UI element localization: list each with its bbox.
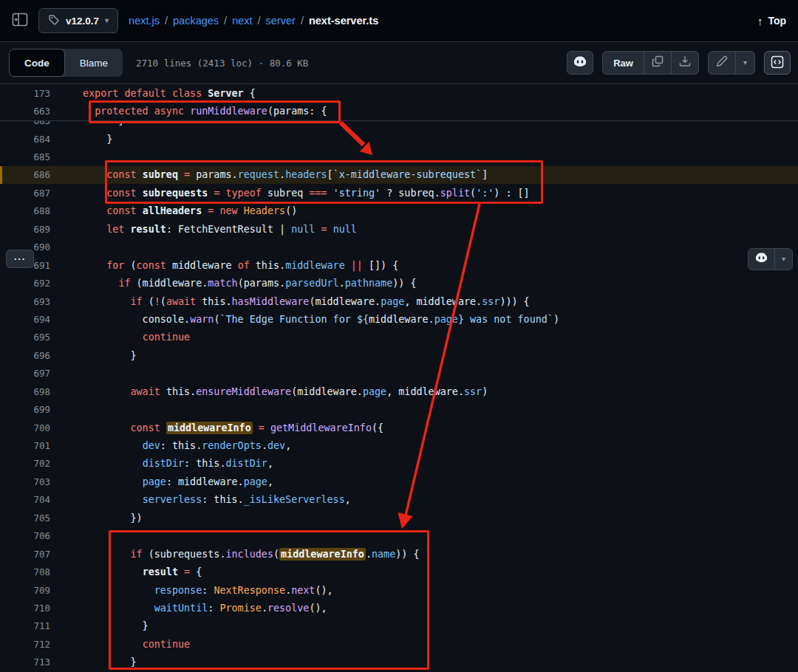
- breadcrumb: next.js/packages/next/server/next-server…: [129, 15, 378, 27]
- code-line-704: serverless: this._isLikeServerless,: [66, 494, 351, 505]
- code-line-709: response: NextResponse.next(),: [66, 585, 333, 596]
- selected-ref-label: v12.0.7: [66, 16, 99, 27]
- code-content: 173export default class Server {663 prot…: [0, 84, 798, 671]
- code-row-703: 703 page: middleware.page,: [0, 473, 798, 490]
- back-to-top-label: Top: [768, 15, 786, 27]
- code-line-684: }: [66, 134, 112, 145]
- line-number-684[interactable]: 684: [0, 134, 66, 145]
- code-line-683: }: [66, 121, 124, 126]
- line-number-663[interactable]: 663: [0, 106, 66, 117]
- breadcrumb-item-packages[interactable]: packages: [173, 15, 219, 27]
- breadcrumb-separator: /: [224, 15, 227, 27]
- line-number-701[interactable]: 701: [0, 440, 66, 451]
- line-number-703[interactable]: 703: [0, 476, 66, 487]
- copilot-icon: [573, 56, 587, 69]
- breadcrumb-item-next-server.ts: next-server.ts: [309, 15, 378, 27]
- line-number-696[interactable]: 696: [0, 350, 66, 361]
- breadcrumb-item-next.js[interactable]: next.js: [129, 15, 160, 27]
- line-copilot-dropdown[interactable]: ▾: [775, 249, 792, 270]
- code-row-690: 690: [0, 239, 798, 256]
- expand-hidden-lines-button[interactable]: ···: [6, 250, 34, 268]
- pencil-icon: [716, 55, 728, 70]
- branch-tag-selector[interactable]: v12.0.7 ▾: [38, 8, 118, 33]
- line-number-710[interactable]: 710: [0, 603, 66, 614]
- line-number-697[interactable]: 697: [0, 368, 66, 379]
- code-line-701: dev: this.renderOpts.dev,: [66, 440, 291, 451]
- line-number-685[interactable]: 685: [0, 151, 66, 162]
- breadcrumb-item-next[interactable]: next: [232, 15, 252, 27]
- line-number-700[interactable]: 700: [0, 422, 66, 433]
- chevron-down-icon: ▾: [105, 17, 109, 24]
- line-number-713[interactable]: 713: [0, 656, 66, 668]
- line-number-683[interactable]: 683: [0, 121, 66, 126]
- line-number-692[interactable]: 692: [0, 278, 66, 289]
- tab-code[interactable]: Code: [9, 49, 65, 77]
- copy-icon: [652, 55, 664, 70]
- line-number-702[interactable]: 702: [0, 458, 66, 469]
- line-number-704[interactable]: 704: [0, 494, 66, 505]
- copy-raw-button[interactable]: [644, 52, 672, 74]
- code-row-706: 706: [0, 527, 798, 545]
- line-number-173[interactable]: 173: [0, 88, 66, 99]
- code-line-689: let result: FetchEventResult | null = nu…: [66, 224, 357, 235]
- line-number-708[interactable]: 708: [0, 566, 66, 577]
- code-row-702: 702 distDir: this.distDir,: [0, 455, 798, 473]
- line-number-711[interactable]: 711: [0, 620, 66, 631]
- line-number-688[interactable]: 688: [0, 205, 66, 216]
- file-info-text: 2710 lines (2413 loc) · 80.6 KB: [136, 58, 308, 69]
- expand-file-tree-button[interactable]: [12, 13, 28, 29]
- code-line-702: distDir: this.distDir,: [66, 458, 273, 469]
- breadcrumb-item-server[interactable]: server: [266, 15, 296, 27]
- code-row-696: 696 }: [0, 346, 798, 364]
- line-number-686[interactable]: 686: [0, 169, 66, 180]
- code-row-694: 694 console.warn(`The Edge Function for …: [0, 310, 798, 328]
- chevron-down-icon: ▾: [782, 256, 785, 263]
- clipped-row: 683 }: [0, 121, 798, 130]
- code-row-711: 711 }: [0, 617, 798, 635]
- code-line-712: continue: [66, 639, 190, 650]
- line-number-705[interactable]: 705: [0, 512, 66, 524]
- tab-blame[interactable]: Blame: [65, 49, 123, 77]
- download-button[interactable]: [672, 52, 698, 74]
- line-number-687[interactable]: 687: [0, 188, 66, 199]
- code-row-698: 698 await this.ensureMiddleware(middlewa…: [0, 383, 798, 400]
- line-number-712[interactable]: 712: [0, 639, 66, 650]
- code-row-699: 699: [0, 400, 798, 418]
- code-row-709: 709 response: NextResponse.next(),: [0, 581, 798, 599]
- code-line-663: protected async runMiddleware(params: {: [66, 106, 327, 117]
- line-number-699[interactable]: 699: [0, 404, 66, 415]
- code-line-691: for (const middleware of this.middleware…: [66, 260, 398, 271]
- code-line-703: page: middleware.page,: [66, 476, 273, 487]
- code-row-701: 701 dev: this.renderOpts.dev,: [0, 436, 798, 454]
- line-number-698[interactable]: 698: [0, 386, 66, 397]
- line-copilot-button[interactable]: [748, 249, 775, 270]
- code-row-693: 693 if (!(await this.hasMiddleware(middl…: [0, 292, 798, 310]
- symbols-panel-button[interactable]: [764, 51, 791, 75]
- line-number-707[interactable]: 707: [0, 549, 66, 560]
- edit-dropdown-button[interactable]: ▾: [736, 52, 754, 74]
- code-line-710: waitUntil: Promise.resolve(),: [66, 603, 327, 614]
- code-row-686: 686 const subreq = params.request.header…: [0, 166, 798, 184]
- line-number-709[interactable]: 709: [0, 585, 66, 596]
- code-row-700: 700 const middlewareInfo = getMiddleware…: [0, 419, 798, 436]
- chevron-down-icon: ▾: [743, 59, 747, 66]
- copilot-button[interactable]: [567, 51, 593, 75]
- line-number-706[interactable]: 706: [0, 530, 66, 541]
- code-line-173: export default class Server {: [66, 88, 256, 99]
- code-row-697: 697: [0, 365, 798, 383]
- edit-file-button[interactable]: [709, 52, 736, 74]
- back-to-top-link[interactable]: ↑ Top: [757, 15, 786, 27]
- line-number-695[interactable]: 695: [0, 332, 66, 343]
- raw-button[interactable]: Raw: [603, 52, 644, 74]
- code-row-695: 695 continue: [0, 329, 798, 346]
- line-number-694[interactable]: 694: [0, 314, 66, 325]
- line-number-689[interactable]: 689: [0, 224, 66, 235]
- line-number-693[interactable]: 693: [0, 296, 66, 307]
- code-row-707: 707 if (subrequests.includes(middlewareI…: [0, 545, 798, 563]
- code-row-691: 691 for (const middleware of this.middle…: [0, 256, 798, 274]
- breadcrumb-separator: /: [258, 15, 261, 27]
- code-row-713: 713 }: [0, 654, 798, 671]
- edit-group: ▾: [708, 51, 755, 75]
- tag-icon: [48, 14, 60, 28]
- code-row-689: 689 let result: FetchEventResult | null …: [0, 220, 798, 238]
